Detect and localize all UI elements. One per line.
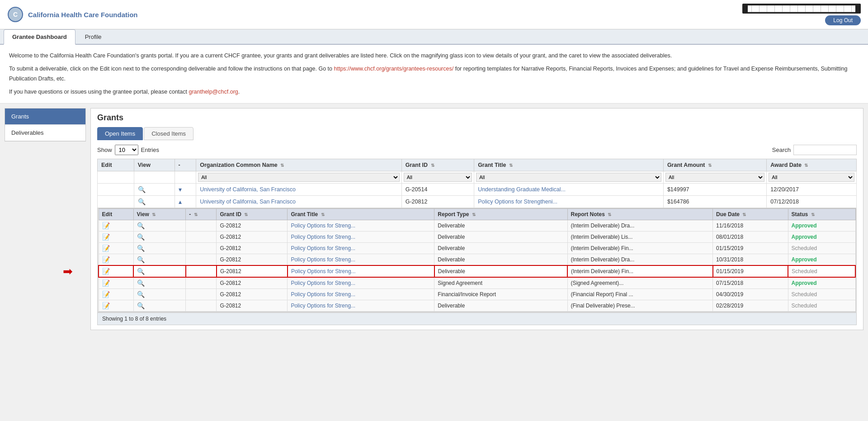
tab-open-items[interactable]: Open Items [97, 127, 143, 140]
org-name-link[interactable]: University of California, San Francisco [200, 199, 296, 205]
view-cell[interactable]: 🔍 [133, 277, 186, 289]
filter-grant-amount[interactable]: All [665, 173, 764, 182]
deliverable-row: 📝 🔍 G-20812 Policy Options for Streng...… [99, 232, 855, 243]
edit-icon[interactable]: 📝 [102, 268, 110, 275]
edit-cell[interactable]: 📝 [99, 232, 133, 243]
due-date-cell: 10/31/2018 [713, 254, 788, 266]
view-cell[interactable]: 🔍 [133, 254, 186, 266]
search-icon[interactable]: 🔍 [137, 279, 145, 287]
grants-filter-row: All All All All All [98, 171, 857, 184]
search-icon[interactable]: 🔍 [137, 245, 145, 252]
search-icon[interactable]: 🔍 [137, 302, 145, 309]
filter-grant-title[interactable]: All [476, 173, 661, 182]
edit-cell[interactable]: 📝 [99, 277, 133, 289]
report-notes-cell: (Interim Deliverable) Dra... [567, 254, 713, 266]
sort-sub-dash-icon: ⇅ [194, 212, 198, 217]
edit-icon[interactable]: 📝 [102, 291, 110, 298]
edit-cell[interactable]: 📝 [99, 220, 133, 232]
view-cell[interactable]: 🔍 [133, 289, 186, 300]
edit-icon[interactable]: 📝 [102, 233, 110, 241]
view-cell[interactable]: 🔍 [133, 232, 186, 243]
edit-cell: ➡ 📝 [99, 265, 133, 277]
search-icon[interactable]: 🔍 [137, 291, 145, 298]
edit-icon[interactable]: 📝 [102, 302, 110, 309]
report-notes-cell: (Financial Report) Final ... [567, 289, 713, 300]
sub-table-wrapper: Edit View ⇅ - ⇅ Grant ID ⇅ Grant Title ⇅… [98, 208, 856, 312]
report-notes-cell: (Interim Deliverable) Fin... [567, 265, 713, 277]
edit-icon[interactable]: 📝 [102, 245, 110, 252]
dash-cell [186, 289, 217, 300]
sub-col-view: View ⇅ [133, 209, 186, 220]
edit-icon[interactable]: 📝 [102, 222, 110, 229]
sub-table-header: Edit View ⇅ - ⇅ Grant ID ⇅ Grant Title ⇅… [99, 209, 855, 220]
tab-closed-items[interactable]: Closed Items [144, 127, 193, 140]
col-grant-id: Grant ID ⇅ [401, 159, 474, 171]
filter-award-date[interactable]: All [769, 173, 854, 182]
edit-cell[interactable]: 📝 [99, 243, 133, 254]
sub-grant-title-link[interactable]: Policy Options for Streng... [291, 256, 355, 263]
edit-cell[interactable]: 📝 [99, 254, 133, 266]
edit-cell[interactable]: 📝 [99, 289, 133, 300]
grant-title-link[interactable]: Policy Options for Strengtheni... [478, 199, 557, 205]
report-type-cell: Deliverable [434, 300, 567, 312]
edit-cell[interactable]: 📝 [99, 300, 133, 312]
view-cell[interactable]: 🔍 [133, 300, 186, 312]
resources-link[interactable]: https://www.chcf.org/grants/grantees-res… [334, 66, 453, 72]
sub-grant-title-link[interactable]: Policy Options for Streng... [291, 222, 355, 229]
col-view: View [134, 159, 175, 171]
contact-email-link[interactable]: granthelp@chcf.org [189, 89, 238, 95]
welcome-line2: To submit a deliverable, click on the Ed… [9, 64, 859, 84]
sort-date-icon: ⇅ [804, 163, 808, 168]
deliverable-row: 📝 🔍 G-20812 Policy Options for Streng...… [99, 289, 855, 300]
header-right: ████████████████████████████ Log Out [742, 4, 861, 25]
dash-cell [186, 254, 217, 266]
sub-grant-title-link[interactable]: Policy Options for Streng... [291, 234, 355, 240]
grant-id-cell: G-20812 [217, 254, 288, 266]
edit-icon[interactable]: 📝 [102, 279, 110, 287]
show-label: Show [97, 147, 112, 153]
entries-select[interactable]: 10 25 50 100 [115, 145, 138, 155]
search-icon[interactable]: 🔍 [137, 256, 145, 263]
search-icon[interactable]: 🔍 [137, 222, 145, 229]
sort-sub-rtype-icon: ⇅ [472, 212, 476, 217]
sidebar-item-grants[interactable]: Grants [5, 109, 85, 125]
view-cell[interactable]: 🔍 [133, 243, 186, 254]
deliverable-row: 📝 🔍 G-20812 Policy Options for Streng...… [99, 220, 855, 232]
deliverables-table: Edit View ⇅ - ⇅ Grant ID ⇅ Grant Title ⇅… [98, 208, 856, 312]
expand-icon[interactable]: ▾ [179, 186, 182, 193]
view-icon[interactable]: 🔍 [138, 186, 146, 193]
grant-id-cell: G-20812 [217, 289, 288, 300]
sub-grant-title-link[interactable]: Policy Options for Streng... [291, 303, 355, 309]
view-cell[interactable]: 🔍 [133, 265, 186, 277]
search-input[interactable] [793, 145, 857, 155]
report-type-cell: Financial/Invoice Report [434, 289, 567, 300]
search-icon[interactable]: 🔍 [137, 268, 145, 275]
org-name-link[interactable]: University of California, San Francisco [200, 186, 296, 193]
search-icon[interactable]: 🔍 [137, 233, 145, 241]
sub-grant-title-link[interactable]: Policy Options for Streng... [291, 280, 355, 286]
report-notes-cell: (Interim Deliverable) Lis... [567, 232, 713, 243]
grants-title: Grants [97, 113, 857, 123]
sub-grant-title-link[interactable]: Policy Options for Streng... [291, 245, 355, 251]
tab-grantee-dashboard[interactable]: Grantee Dashboard [4, 29, 75, 45]
sub-grant-title-link[interactable]: Policy Options for Streng... [291, 291, 355, 298]
sidebar-item-deliverables[interactable]: Deliverables [5, 125, 85, 141]
col-edit: Edit [98, 159, 134, 171]
sidebar: Grants Deliverables [5, 108, 86, 142]
grant-id-cell: G-20812 [217, 232, 288, 243]
grant-title-cell: Policy Options for Streng... [288, 243, 434, 254]
view-icon[interactable]: 🔍 [138, 198, 146, 205]
grant-title-cell: Policy Options for Streng... [288, 265, 434, 277]
tab-profile[interactable]: Profile [76, 29, 110, 44]
red-arrow-icon: ➡ [63, 265, 73, 277]
report-notes-cell: (Interim Deliverable) Dra... [567, 220, 713, 232]
filter-org[interactable]: All [198, 173, 400, 182]
view-cell[interactable]: 🔍 [133, 220, 186, 232]
edit-icon[interactable]: 📝 [102, 256, 110, 263]
grant-title-link[interactable]: Understanding Graduate Medical... [478, 186, 566, 193]
sub-col-status: Status ⇅ [788, 209, 855, 220]
sub-grant-title-link[interactable]: Policy Options for Streng... [291, 268, 356, 274]
collapse-icon[interactable]: ▴ [179, 198, 182, 205]
filter-grant-id[interactable]: All [404, 173, 472, 182]
logout-button[interactable]: Log Out [825, 15, 861, 25]
